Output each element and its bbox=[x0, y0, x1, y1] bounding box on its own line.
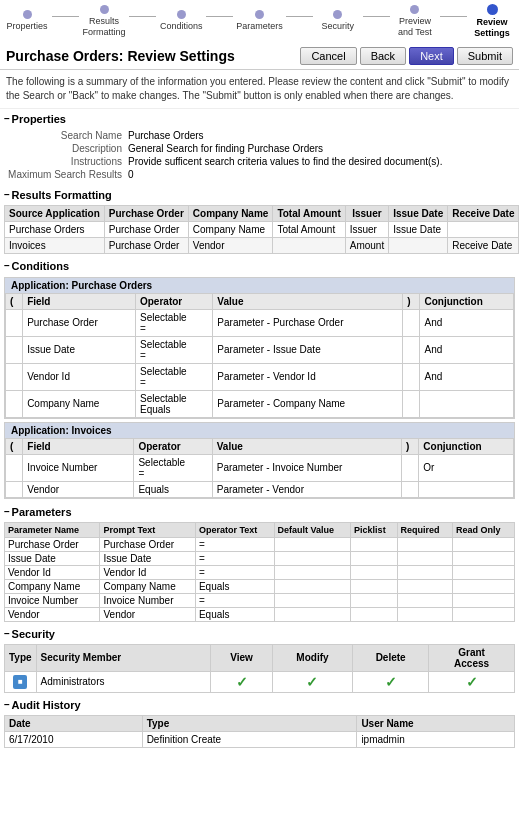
params-header-row: Parameter Name Prompt Text Operator Text… bbox=[5, 522, 515, 537]
header-buttons: Cancel Back Next Submit bbox=[300, 47, 513, 65]
cond-col-op: Operator bbox=[135, 293, 212, 309]
prop-max-results: Maximum Search Results 0 bbox=[8, 168, 511, 181]
next-button[interactable]: Next bbox=[409, 47, 454, 65]
cond-col-field: Field bbox=[23, 293, 136, 309]
audit-col-user: User Name bbox=[357, 715, 515, 731]
cell: Parameter - Issue Date bbox=[213, 336, 403, 363]
sec-view-cell: ✓ bbox=[211, 671, 273, 692]
step-connector-4 bbox=[286, 16, 313, 17]
step-preview[interactable]: Previewand Test bbox=[390, 5, 440, 42]
conditions-purchase-orders: Application: Purchase Orders ( Field Ope… bbox=[4, 277, 515, 419]
audit-toggle[interactable]: – bbox=[4, 699, 10, 710]
cell: Purchase Order bbox=[5, 537, 100, 551]
cell bbox=[452, 593, 514, 607]
cell bbox=[401, 481, 418, 497]
back-button[interactable]: Back bbox=[360, 47, 406, 65]
audit-user: ipmadmin bbox=[357, 731, 515, 747]
audit-header-row: Date Type User Name bbox=[5, 715, 515, 731]
cell: Issue Date bbox=[100, 551, 195, 565]
cell bbox=[397, 593, 452, 607]
app-invoices-header: Application: Invoices bbox=[5, 423, 514, 438]
step-properties[interactable]: Properties bbox=[2, 10, 52, 36]
results-label: Results Formatting bbox=[12, 189, 112, 201]
cell: Total Amount bbox=[273, 221, 345, 237]
security-table: Type Security Member View Modify Delete … bbox=[4, 644, 515, 693]
submit-button[interactable]: Submit bbox=[457, 47, 513, 65]
cell bbox=[6, 363, 23, 390]
cond-col-conj: Conjunction bbox=[419, 438, 514, 454]
sec-col-modify: Modify bbox=[272, 644, 352, 671]
conditions-toggle[interactable]: – bbox=[4, 260, 10, 271]
sec-type-cell: ■ bbox=[5, 671, 37, 692]
cell bbox=[452, 579, 514, 593]
cell bbox=[351, 593, 397, 607]
cell bbox=[448, 221, 519, 237]
prop-search-name-label: Search Name bbox=[8, 130, 128, 141]
security-toggle[interactable]: – bbox=[4, 628, 10, 639]
results-col-issuer: Issuer bbox=[345, 205, 388, 221]
cell bbox=[273, 237, 345, 253]
cell bbox=[274, 551, 351, 565]
cell bbox=[403, 363, 420, 390]
security-header-row: Type Security Member View Modify Delete … bbox=[5, 644, 515, 671]
page-header: Purchase Orders: Review Settings Cancel … bbox=[0, 43, 519, 70]
param-col-picklist: Picklist bbox=[351, 522, 397, 537]
cell bbox=[274, 537, 351, 551]
table-row: Company Name SelectableEquals Parameter … bbox=[6, 390, 514, 417]
cell: Amount bbox=[345, 237, 388, 253]
properties-toggle[interactable]: – bbox=[4, 113, 10, 124]
cancel-button[interactable]: Cancel bbox=[300, 47, 356, 65]
cell: Vendor bbox=[188, 237, 273, 253]
table-row: Company Name Company Name Equals bbox=[5, 579, 515, 593]
step-security[interactable]: Security bbox=[313, 10, 363, 36]
cell bbox=[274, 579, 351, 593]
results-col-issue-date: Issue Date bbox=[389, 205, 448, 221]
sec-delete-cell: ✓ bbox=[353, 671, 429, 692]
cond-col-close: ) bbox=[403, 293, 420, 309]
app-po-header: Application: Purchase Orders bbox=[5, 278, 514, 293]
param-col-default: Default Value bbox=[274, 522, 351, 537]
parameters-toggle[interactable]: – bbox=[4, 506, 10, 517]
conditions-inv-header-row: ( Field Operator Value ) Conjunction bbox=[6, 438, 514, 454]
cell: Receive Date bbox=[448, 237, 519, 253]
table-row: Invoice Number Invoice Number = bbox=[5, 593, 515, 607]
step-review[interactable]: ReviewSettings bbox=[467, 4, 517, 43]
cell bbox=[403, 336, 420, 363]
cell: Issue Date bbox=[23, 336, 136, 363]
cell: Equals bbox=[195, 579, 274, 593]
step-parameters[interactable]: Parameters bbox=[233, 10, 286, 36]
page-title: Purchase Orders: Review Settings bbox=[6, 48, 235, 64]
cond-col-open: ( bbox=[6, 293, 23, 309]
param-col-op: Operator Text bbox=[195, 522, 274, 537]
delete-check: ✓ bbox=[385, 674, 397, 690]
cell: Company Name bbox=[100, 579, 195, 593]
cell bbox=[274, 607, 351, 621]
cond-col-op: Operator bbox=[134, 438, 212, 454]
cell: Invoice Number bbox=[23, 454, 134, 481]
results-toggle[interactable]: – bbox=[4, 189, 10, 200]
step-connector-1 bbox=[52, 16, 79, 17]
sec-col-grant: GrantAccess bbox=[429, 644, 515, 671]
prop-instructions-label: Instructions bbox=[8, 156, 128, 167]
sec-member-cell: Administrators bbox=[36, 671, 211, 692]
cell: Parameter - Company Name bbox=[213, 390, 403, 417]
step-conditions[interactable]: Conditions bbox=[156, 10, 206, 36]
cell: Parameter - Invoice Number bbox=[212, 454, 401, 481]
results-col-source: Source Application bbox=[5, 205, 105, 221]
cell: Company Name bbox=[23, 390, 136, 417]
param-col-name: Parameter Name bbox=[5, 522, 100, 537]
table-row: Invoice Number Selectable= Parameter - I… bbox=[6, 454, 514, 481]
cell bbox=[351, 551, 397, 565]
cell: And bbox=[420, 336, 514, 363]
cell: Vendor Id bbox=[23, 363, 136, 390]
sec-modify-cell: ✓ bbox=[272, 671, 352, 692]
step-results-formatting[interactable]: ResultsFormatting bbox=[79, 5, 129, 42]
cell bbox=[351, 537, 397, 551]
cell: Selectable= bbox=[135, 336, 212, 363]
param-col-required: Required bbox=[397, 522, 452, 537]
info-text: The following is a summary of the inform… bbox=[0, 70, 519, 109]
grant-check: ✓ bbox=[466, 674, 478, 690]
step-label-security: Security bbox=[322, 21, 355, 32]
cell: Vendor bbox=[100, 607, 195, 621]
cell: Issue Date bbox=[5, 551, 100, 565]
